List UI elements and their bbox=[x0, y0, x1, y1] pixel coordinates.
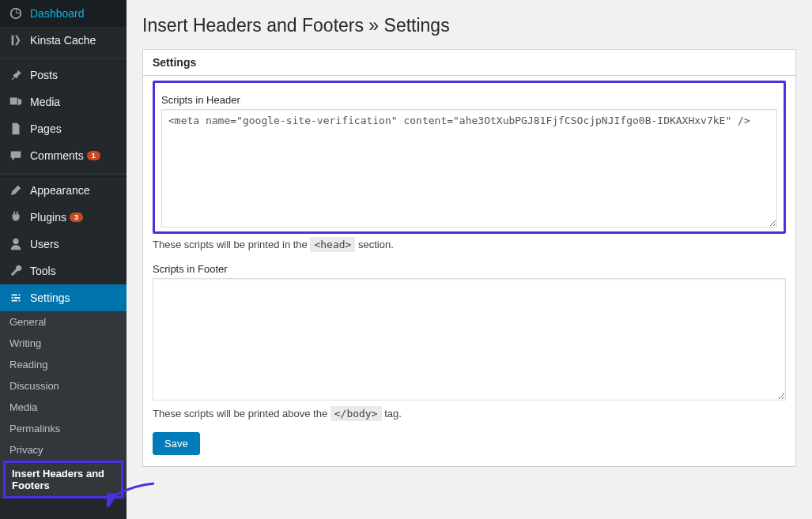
sidebar-item-pages[interactable]: Pages bbox=[0, 115, 127, 142]
settings-submenu: General Writing Reading Discussion Media… bbox=[0, 311, 127, 498]
kinsta-icon bbox=[8, 32, 24, 48]
helper-prefix: These scripts will be printed in the bbox=[153, 239, 310, 250]
helper-prefix: These scripts will be printed above the bbox=[153, 408, 330, 419]
sidebar-item-media[interactable]: Media bbox=[0, 88, 127, 115]
body-code: </body> bbox=[330, 406, 382, 421]
sidebar-label: Users bbox=[30, 238, 59, 250]
tools-icon bbox=[8, 263, 24, 279]
footer-helper-text: These scripts will be printed above the … bbox=[153, 408, 786, 419]
pin-icon bbox=[8, 67, 24, 83]
sidebar-item-tools[interactable]: Tools bbox=[0, 258, 127, 284]
sidebar-item-comments[interactable]: Comments 1 bbox=[0, 142, 127, 169]
plugins-icon bbox=[8, 209, 24, 225]
comments-icon bbox=[8, 148, 24, 164]
sidebar-label: Comments bbox=[30, 149, 84, 162]
submenu-item-general[interactable]: General bbox=[0, 311, 127, 333]
sidebar-label: Settings bbox=[30, 291, 70, 304]
plugins-badge: 3 bbox=[70, 212, 83, 222]
sidebar-item-kinsta-cache[interactable]: Kinsta Cache bbox=[0, 27, 127, 54]
admin-sidebar: Dashboard Kinsta Cache Posts Media Pages… bbox=[0, 0, 127, 519]
sidebar-label: Posts bbox=[30, 69, 58, 81]
sidebar-item-appearance[interactable]: Appearance bbox=[0, 177, 127, 204]
pages-icon bbox=[8, 121, 24, 137]
submenu-item-discussion[interactable]: Discussion bbox=[0, 375, 127, 397]
submenu-item-reading[interactable]: Reading bbox=[0, 354, 127, 375]
header-highlight-box: Scripts in Header bbox=[153, 81, 786, 234]
panel-title: Settings bbox=[143, 50, 795, 76]
scripts-in-footer-textarea[interactable] bbox=[153, 278, 786, 401]
submenu-item-permalinks[interactable]: Permalinks bbox=[0, 418, 127, 439]
media-icon bbox=[8, 94, 24, 110]
helper-suffix: section. bbox=[358, 239, 394, 250]
sidebar-label: Kinsta Cache bbox=[30, 34, 96, 47]
submenu-item-media[interactable]: Media bbox=[0, 397, 127, 418]
users-icon bbox=[8, 236, 24, 252]
settings-panel: Settings Scripts in Header These scripts… bbox=[142, 49, 796, 467]
dashboard-icon bbox=[8, 6, 24, 21]
save-button[interactable]: Save bbox=[153, 432, 200, 455]
sidebar-label: Appearance bbox=[30, 184, 90, 197]
main-content: Insert Headers and Footers » Settings Se… bbox=[127, 0, 812, 519]
sidebar-item-posts[interactable]: Posts bbox=[0, 62, 127, 88]
submenu-item-writing[interactable]: Writing bbox=[0, 333, 127, 354]
header-helper-text: These scripts will be printed in the <he… bbox=[153, 239, 786, 250]
sidebar-label: Media bbox=[30, 96, 60, 108]
settings-icon bbox=[8, 290, 24, 306]
submenu-item-privacy[interactable]: Privacy bbox=[0, 439, 127, 461]
sidebar-label: Dashboard bbox=[30, 7, 85, 20]
appearance-icon bbox=[8, 182, 24, 198]
sidebar-item-dashboard[interactable]: Dashboard bbox=[0, 0, 127, 27]
sidebar-item-plugins[interactable]: Plugins 3 bbox=[0, 204, 127, 231]
sidebar-label: Plugins bbox=[30, 211, 66, 224]
head-code: <head> bbox=[310, 237, 355, 252]
scripts-in-header-label: Scripts in Header bbox=[161, 94, 777, 106]
sidebar-label: Pages bbox=[30, 122, 62, 135]
comments-badge: 1 bbox=[87, 151, 100, 160]
helper-suffix: tag. bbox=[384, 408, 402, 419]
scripts-in-header-textarea[interactable] bbox=[161, 109, 777, 228]
panel-body: Scripts in Header These scripts will be … bbox=[143, 76, 795, 466]
scripts-in-footer-label: Scripts in Footer bbox=[153, 263, 786, 275]
sidebar-item-users[interactable]: Users bbox=[0, 231, 127, 258]
sidebar-label: Tools bbox=[30, 265, 56, 277]
sidebar-item-settings[interactable]: Settings bbox=[0, 284, 127, 311]
page-title: Insert Headers and Footers » Settings bbox=[142, 8, 796, 39]
submenu-item-insert-headers-footers[interactable]: Insert Headers and Footers bbox=[3, 461, 123, 498]
